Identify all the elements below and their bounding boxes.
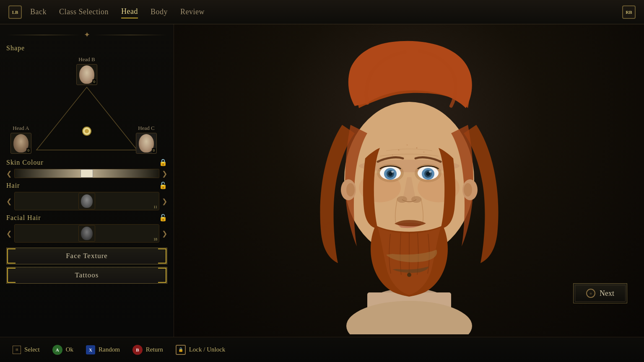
head-b-label: Head B [78, 56, 95, 63]
random-control[interactable]: X Random [86, 345, 120, 354]
tattoos-button[interactable]: Tattoos [6, 267, 167, 284]
facial-hair-picker[interactable]: 18 [14, 224, 159, 243]
nav-item-review[interactable]: Review [180, 6, 205, 18]
skin-colour-header: Skin Colour 🔒 [6, 158, 167, 166]
left-panel: ✦ Shape Head B 0 Head A [0, 24, 174, 337]
svg-point-26 [429, 171, 431, 173]
hair-slider-row: ❮ 11 ❯ [6, 192, 167, 210]
head-c-preview-container[interactable]: 0 [136, 133, 157, 154]
head-c-badge: 0 [152, 148, 156, 153]
shape-section-title: Shape [6, 44, 167, 52]
facial-hair-section: Facial Hair 🔓 ❮ 18 ❯ [6, 214, 167, 243]
nav-item-back[interactable]: Back [30, 6, 47, 18]
skin-colour-thumb [80, 169, 93, 178]
svg-point-9 [398, 150, 399, 151]
skin-colour-title: Skin Colour [6, 159, 44, 166]
select-icon: ⊞ [13, 346, 21, 354]
character-viewport: ≡ Next [174, 24, 644, 337]
nav-items: Back Class Selection Head Body Review [30, 5, 205, 18]
facial-hair-title: Facial Hair [6, 214, 41, 222]
facial-hair-preview [78, 225, 95, 242]
ornament-center-icon: ✦ [84, 30, 90, 39]
ok-control[interactable]: A Ok [52, 345, 73, 355]
select-control[interactable]: ⊞ Select [13, 346, 40, 354]
head-a-container: Head A 0 [10, 125, 31, 154]
skin-colour-slider-row: ❮ ❯ [6, 169, 167, 178]
lock-unlock-icon: 🔒 [176, 345, 186, 355]
hair-title: Hair [6, 182, 20, 189]
hair-left-arrow[interactable]: ❮ [6, 197, 12, 205]
hair-right-arrow[interactable]: ❯ [162, 197, 167, 205]
head-c-label: Head C [136, 125, 157, 132]
lock-unlock-control[interactable]: 🔒 Lock / Unlock [176, 345, 226, 355]
facial-hair-face-mini [81, 227, 93, 240]
x-button-icon: X [86, 345, 95, 354]
svg-point-34 [464, 183, 472, 197]
skin-colour-lock-icon[interactable]: 🔒 [159, 158, 167, 166]
skin-colour-right-arrow[interactable]: ❯ [162, 170, 167, 178]
head-c-container: Head C 0 [136, 125, 157, 154]
head-b-preview-container[interactable]: 0 [76, 64, 97, 85]
hair-lock-icon[interactable]: 🔓 [159, 181, 167, 189]
a-button-icon: A [52, 345, 62, 355]
hair-value-badge: 11 [153, 205, 157, 209]
rb-button[interactable]: RB [622, 5, 636, 19]
svg-point-2 [85, 129, 89, 133]
face-texture-button[interactable]: Face Texture [6, 248, 167, 264]
svg-point-30 [407, 273, 411, 277]
hair-preview [78, 193, 95, 209]
facial-hair-value-badge: 18 [153, 237, 157, 241]
top-navigation: LB Back Class Selection Head Body Review… [0, 0, 644, 24]
hair-face-mini [81, 194, 93, 208]
svg-marker-0 [36, 87, 137, 150]
triangle-blend-area[interactable]: Head A 0 Head C 0 [6, 83, 167, 158]
nav-item-class-selection[interactable]: Class Selection [59, 6, 109, 18]
facial-hair-header: Facial Hair 🔓 [6, 214, 167, 222]
hair-section: Hair 🔓 ❮ 11 ❯ [6, 181, 167, 210]
facial-hair-right-arrow[interactable]: ❯ [162, 230, 167, 238]
lb-button[interactable]: LB [8, 5, 22, 19]
skin-colour-section: Skin Colour 🔒 ❮ ❯ [6, 158, 167, 178]
head-b-area: Head B 0 [6, 56, 167, 85]
character-svg [283, 33, 535, 334]
hair-picker[interactable]: 11 [14, 192, 159, 210]
head-a-preview-container[interactable]: 0 [10, 133, 31, 154]
next-icon: ≡ [586, 289, 595, 298]
svg-point-5 [346, 301, 472, 334]
facial-hair-left-arrow[interactable]: ❮ [6, 230, 12, 238]
bottom-bar: ⊞ Select A Ok X Random B Return 🔒 Lock /… [0, 337, 644, 362]
skin-colour-left-arrow[interactable]: ❮ [6, 170, 12, 178]
svg-point-11 [416, 147, 417, 149]
svg-point-21 [391, 171, 394, 173]
head-a-badge: 0 [26, 148, 31, 153]
next-button-container: ≡ Next [573, 283, 627, 303]
next-button[interactable]: ≡ Next [573, 283, 627, 303]
return-control[interactable]: B Return [132, 345, 163, 355]
ornament-header: ✦ [6, 28, 167, 41]
svg-point-32 [346, 183, 355, 197]
skin-colour-swatch[interactable] [14, 169, 159, 178]
svg-point-12 [423, 152, 424, 153]
triangle-svg [24, 83, 150, 156]
nav-item-head[interactable]: Head [121, 5, 138, 18]
facial-hair-lock-icon[interactable]: 🔓 [159, 214, 167, 222]
rb-button-container: RB [622, 5, 636, 19]
b-button-icon: B [132, 345, 143, 355]
facial-hair-slider-row: ❮ 18 ❯ [6, 224, 167, 243]
head-a-label: Head A [10, 125, 31, 132]
svg-point-10 [406, 145, 407, 145]
nav-item-body[interactable]: Body [151, 6, 168, 18]
hair-header: Hair 🔓 [6, 181, 167, 189]
